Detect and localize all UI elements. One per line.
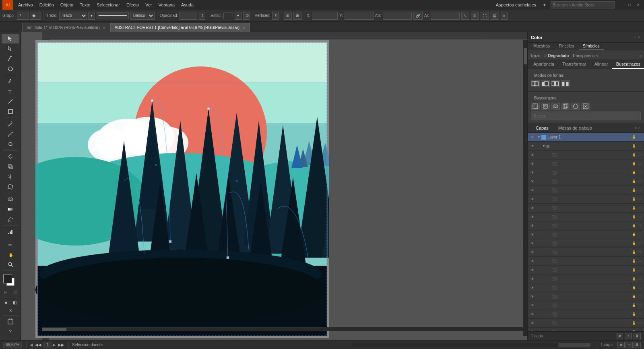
- layer-lock-trazado12[interactable]: 🔓: [631, 250, 637, 255]
- y-input[interactable]: 699.995 px: [345, 12, 374, 20]
- layer-row[interactable]: 👁 ⬛ 🔓 □: [528, 186, 644, 195]
- tool-pencil[interactable]: [2, 129, 19, 139]
- x-input[interactable]: 700 px: [312, 12, 338, 20]
- layer-row[interactable]: 👁 ⬛ 🔓 □: [528, 239, 644, 248]
- tool-text[interactable]: T: [2, 87, 19, 96]
- layer-create-grupo1[interactable]: □: [637, 143, 642, 149]
- artboard-num-input[interactable]: [43, 342, 52, 348]
- align-options[interactable]: ⊞: [284, 12, 292, 20]
- layer-lock-trazado16[interactable]: 🔓: [631, 285, 637, 291]
- busca-4-btn[interactable]: [561, 103, 570, 110]
- tool-eyedropper[interactable]: [2, 215, 19, 224]
- layer-row[interactable]: 👁 ⬛ 🔓 □: [528, 230, 644, 239]
- artwork-svg[interactable]: [35, 40, 329, 338]
- layer-lock-trazado1[interactable]: 🔓: [631, 152, 637, 158]
- layer-row[interactable]: 👁 ▼ Layer 1 🔓 □: [528, 133, 644, 142]
- layer-eye-trazado18[interactable]: 👁: [529, 303, 535, 308]
- transparencia-tab[interactable]: Transparencia: [572, 54, 598, 58]
- close-button[interactable]: ✕: [635, 2, 642, 8]
- layer-row[interactable]: 👁 ⬛ 🔓 □: [528, 275, 644, 283]
- alinear-tab[interactable]: Alinear: [590, 60, 612, 69]
- transformar-tab[interactable]: Transformar: [558, 60, 590, 69]
- layer-eye-trazado8[interactable]: 👁: [529, 214, 535, 220]
- transform-options[interactable]: ⊠: [293, 12, 301, 20]
- tool-width[interactable]: [2, 172, 19, 182]
- busca-6-btn[interactable]: [581, 103, 590, 110]
- layer-create-trazado4[interactable]: □: [637, 179, 642, 184]
- layer-row[interactable]: 👁 ⬛ 🔓 □: [528, 257, 644, 266]
- layer-lock-trazado13[interactable]: 🔓: [631, 258, 637, 264]
- layer-eye-grupo1[interactable]: 👁: [529, 143, 535, 149]
- layer-lock-trazado10[interactable]: 🔓: [631, 232, 637, 237]
- layer-row[interactable]: 👁 ▼ ▦ 🔓 □: [528, 142, 644, 151]
- simbolos-tab[interactable]: Símbolos: [579, 43, 604, 50]
- busca-1-btn[interactable]: [531, 103, 540, 110]
- layer-row[interactable]: 👁 ⬛ 🔓 □: [528, 328, 644, 331]
- workspace-dropdown-icon[interactable]: ▾: [541, 2, 548, 8]
- stock-search-input[interactable]: [551, 1, 615, 8]
- workspace-label[interactable]: Aspectos esenciales: [493, 2, 539, 8]
- minimize-button[interactable]: —: [617, 2, 624, 8]
- capas-expand[interactable]: ⤢: [638, 126, 641, 130]
- layer-create-trazado8[interactable]: □: [637, 214, 642, 220]
- layer-lock-grupo1[interactable]: 🔓: [631, 143, 637, 149]
- canvas-scrollbar-vertical[interactable]: [523, 40, 527, 336]
- layer-row[interactable]: 👁 ⬛ 🔓 □: [528, 168, 644, 177]
- tool-artboard[interactable]: [2, 317, 19, 326]
- layer-eye-layer1[interactable]: 👁: [529, 134, 535, 140]
- layer-create-trazado15[interactable]: □: [637, 276, 642, 282]
- color-panel-close[interactable]: ✕: [638, 35, 641, 39]
- tool-paintbrush[interactable]: [2, 119, 19, 129]
- create-new-layer-btn[interactable]: +: [625, 333, 632, 339]
- vertices-arrows[interactable]: ⇕: [272, 12, 279, 20]
- status-btn-2[interactable]: +: [625, 342, 633, 348]
- layer-create-trazado14[interactable]: □: [637, 267, 642, 273]
- layer-create-layer1[interactable]: □: [637, 134, 642, 140]
- tab-untitled[interactable]: Sin título-1* al 100% (RGB/Previsualizar…: [22, 23, 110, 32]
- menu-objeto[interactable]: Objeto: [58, 2, 76, 8]
- delete-layer-btn[interactable]: 🗑: [634, 333, 641, 339]
- layer-create-trazado1[interactable]: □: [637, 152, 642, 158]
- layer-eye-trazado19[interactable]: 👁: [529, 312, 535, 317]
- stroke-type-select[interactable]: Básico: [130, 12, 155, 20]
- layer-lock-trazado3[interactable]: 🔓: [631, 170, 637, 176]
- tool-line[interactable]: [2, 97, 19, 106]
- estilo-swatch[interactable]: [223, 12, 233, 19]
- tool-zoom[interactable]: [2, 260, 19, 269]
- create-sublayer-btn[interactable]: ⊕: [616, 333, 623, 339]
- swap-colors-btn[interactable]: ⇄: [2, 289, 10, 296]
- layer-row[interactable]: 👁 ⬛ 🔓 □: [528, 301, 644, 310]
- busca-5-btn[interactable]: [571, 103, 580, 110]
- menu-ayuda[interactable]: Ayuda: [178, 2, 196, 8]
- artboard-next-btn[interactable]: ▶: [53, 343, 56, 347]
- foreground-color-swatch[interactable]: [3, 275, 12, 283]
- layer-eye-trazado16[interactable]: 👁: [529, 285, 535, 291]
- transform-more-1[interactable]: ⤡: [461, 12, 469, 20]
- layer-row[interactable]: 👁 ⬛ 🔓 □: [528, 159, 644, 168]
- menu-ventana[interactable]: Ventana: [156, 2, 178, 8]
- tool-scissors[interactable]: ✂: [2, 240, 19, 249]
- menu-edicion[interactable]: Edición: [37, 2, 57, 8]
- maximize-button[interactable]: □: [626, 2, 633, 8]
- layer-lock-trazado14[interactable]: 🔓: [631, 267, 637, 273]
- trazo-expand[interactable]: ▾: [88, 12, 95, 20]
- tool-magic-wand[interactable]: [2, 54, 19, 64]
- layer-eye-trazado12[interactable]: 👁: [529, 250, 535, 255]
- layer-eye-trazado20[interactable]: 👁: [529, 320, 535, 326]
- tool-hand[interactable]: ✋: [2, 250, 19, 259]
- menu-seleccionar[interactable]: Seleccionar: [94, 2, 122, 8]
- layer-lock-trazado2[interactable]: 🔓: [631, 161, 637, 167]
- panel-toggle[interactable]: ▤: [491, 12, 499, 20]
- artboard-first-btn[interactable]: ◀◀: [35, 343, 41, 347]
- menu-efecto[interactable]: Efecto: [124, 2, 142, 8]
- layer-row[interactable]: 👁 ⬛ 🔓 □: [528, 177, 644, 186]
- modos-exclude-btn[interactable]: [561, 80, 570, 87]
- tool-lasso[interactable]: [2, 64, 19, 74]
- layer-eye-trazado9[interactable]: 👁: [529, 223, 535, 229]
- layer-create-trazado18[interactable]: □: [637, 303, 642, 308]
- menu-archivo[interactable]: Archivo: [15, 2, 36, 8]
- layer-lock-trazado5[interactable]: 🔓: [631, 188, 637, 193]
- layer-create-trazado11[interactable]: □: [637, 241, 642, 246]
- layer-eye-trazado15[interactable]: 👁: [529, 276, 535, 282]
- tool-rotate[interactable]: [2, 152, 19, 161]
